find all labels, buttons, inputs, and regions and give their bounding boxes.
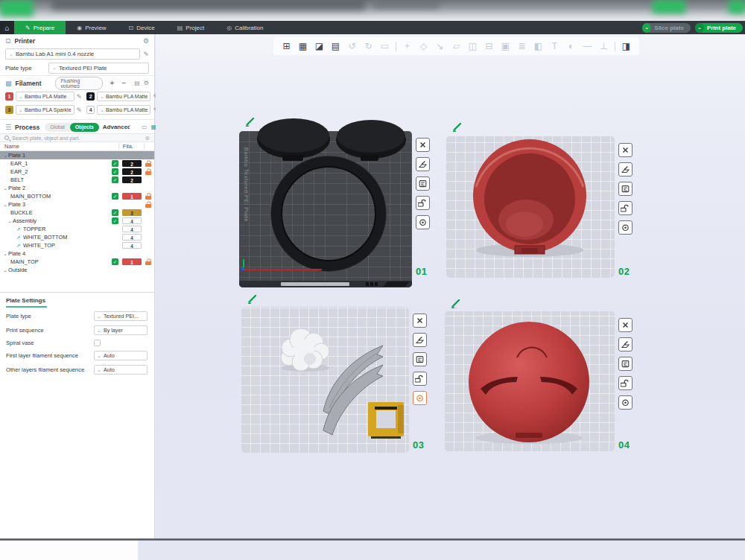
plate-02-models[interactable]	[446, 136, 615, 278]
filament-select[interactable]: ⌄Bambu PLA Matte	[97, 105, 150, 115]
ps-other-layers-select[interactable]: ⌄ Auto	[94, 365, 148, 375]
model-topper-cloud[interactable]	[281, 328, 329, 371]
add-filament-button[interactable]: +	[110, 79, 115, 87]
process-scope-toggle[interactable]: Global Objects	[45, 123, 99, 132]
tree-row-ear-1[interactable]: EAR_1✓2	[0, 159, 154, 168]
filament-color-chip[interactable]: 3	[5, 106, 13, 114]
import-model-icon[interactable]: ◪	[314, 41, 325, 51]
filament-assignment-chip[interactable]: 2	[122, 160, 142, 167]
slice-dropdown-icon[interactable]: ⌄	[642, 23, 651, 33]
lock-icon[interactable]	[145, 193, 152, 200]
plate-03-models[interactable]	[241, 307, 409, 453]
caret-down-icon[interactable]: ⌄	[2, 202, 8, 207]
tree-row-plate-1[interactable]: ⌄Plate 1	[0, 151, 154, 159]
filament-select[interactable]: ⌄Bambu PLA Sparkle	[16, 105, 74, 115]
filament-assignment-chip[interactable]: 4	[122, 242, 142, 249]
plate-settings-icon[interactable]	[413, 352, 427, 366]
spiral-vase-checkbox[interactable]	[94, 340, 101, 346]
edit-printer-icon[interactable]: ✎	[143, 51, 149, 58]
tab-calibration[interactable]: ◎Calibration	[215, 21, 274, 34]
printable-checkbox[interactable]: ✓	[112, 176, 118, 183]
color-objects-icon[interactable]: ◨	[621, 41, 632, 51]
plate-04-models[interactable]	[445, 311, 615, 451]
edit-filament-icon[interactable]: ✎	[77, 106, 83, 114]
parameter-page-icon[interactable]: ▭	[142, 124, 148, 130]
slice-plate-button[interactable]: ⌄ Slice plate	[642, 23, 691, 33]
plate-visibility-icon[interactable]	[416, 215, 430, 229]
tree-row-plate-2[interactable]: ⌄Plate 2	[0, 184, 154, 192]
tree-row-main-top[interactable]: MAIN_TOP✓1	[0, 258, 154, 266]
tree-row-belt[interactable]: BELT✓2	[0, 176, 154, 184]
plate-settings-icon[interactable]	[618, 357, 633, 371]
tab-preview[interactable]: ◉Preview	[66, 21, 117, 34]
tree-row-assembly[interactable]: ⌄Assembly✓4	[0, 217, 154, 225]
ps-print-sequence-select[interactable]: ⌄ By layer	[94, 325, 148, 335]
ps-first-layer-select[interactable]: ⌄ Auto	[94, 351, 148, 360]
delete-plate-icon[interactable]	[618, 143, 633, 157]
scope-global-segment[interactable]: Global	[45, 123, 70, 132]
filament-assignment-chip[interactable]: 4	[122, 234, 142, 241]
3d-viewport[interactable]: ⊞▦◪▤↺↻▭+◇↘▱◫⊟▣≣◧T◐—⊥◨ Bambu Textured PEI…	[156, 34, 745, 538]
search-bar[interactable]: Search plate, object and part. ⊗	[0, 133, 154, 142]
edit-plate-name-icon[interactable]	[452, 121, 463, 132]
printable-checkbox[interactable]: ✓	[112, 168, 118, 175]
printable-checkbox[interactable]: ✓	[112, 258, 118, 265]
orient-plate-icon[interactable]	[413, 333, 427, 347]
delete-plate-icon[interactable]	[416, 138, 430, 152]
tree-row-main-bottom[interactable]: MAIN_BOTTOM✓1	[0, 192, 154, 200]
filament-select[interactable]: ⌄Bambu PLA Matte	[16, 92, 74, 101]
plate-01-models[interactable]	[239, 119, 412, 287]
edit-plate-name-icon[interactable]	[247, 293, 258, 304]
flushing-volumes-button[interactable]: Flushing volumes	[55, 77, 102, 90]
tree-row-plate-4[interactable]: ⌄Plate 4	[0, 249, 154, 258]
filament-settings-gear-icon[interactable]: ⚙	[144, 80, 149, 86]
model-main-top[interactable]	[469, 322, 589, 442]
lock-plate-icon[interactable]	[618, 201, 633, 215]
edit-filament-icon[interactable]: ✎	[77, 93, 83, 101]
orient-plate-icon[interactable]	[618, 162, 633, 176]
plate-settings-icon[interactable]	[416, 176, 430, 191]
add-plate-icon[interactable]: ⊞	[281, 41, 292, 51]
edit-plate-name-icon[interactable]	[245, 116, 256, 127]
plate-visibility-icon[interactable]	[413, 391, 427, 405]
caret-down-icon[interactable]: ⌄	[2, 153, 8, 158]
ps-plate-type-select[interactable]: ⌄ Textured PEI...	[94, 311, 148, 321]
home-icon[interactable]: ⌂	[0, 21, 14, 34]
tree-row-plate-3[interactable]: ⌄Plate 3	[0, 200, 154, 209]
caret-down-icon[interactable]: ⌄	[7, 218, 13, 223]
lock-plate-icon[interactable]	[413, 372, 427, 386]
filament-color-chip[interactable]: 2	[86, 92, 95, 101]
remove-filament-button[interactable]: −	[121, 79, 126, 87]
printable-checkbox[interactable]: ✓	[112, 217, 118, 224]
plate-04[interactable]	[445, 311, 615, 451]
printable-checkbox[interactable]: ✓	[112, 193, 118, 200]
filament-color-chip[interactable]: 4	[86, 106, 95, 114]
ams-sync-icon[interactable]: ▤	[134, 80, 140, 86]
tree-row-white-top[interactable]: ⇗WHITE_TOP4	[0, 241, 154, 249]
filament-assignment-chip[interactable]: 1	[122, 193, 142, 200]
plate-02[interactable]	[446, 136, 615, 278]
plate-visibility-icon[interactable]	[618, 220, 633, 235]
delete-plate-icon[interactable]	[618, 318, 633, 332]
lock-icon[interactable]	[145, 258, 152, 266]
printable-checkbox[interactable]: ✓	[112, 209, 118, 216]
lock-icon[interactable]	[145, 168, 152, 176]
tree-row-topper[interactable]: ⇗TOPPER4	[0, 225, 154, 233]
clear-search-icon[interactable]: ⊗	[145, 135, 150, 141]
object-table-icon[interactable]: ▤	[330, 41, 341, 51]
tree-row-buckle[interactable]: BUCKLE✓3	[0, 209, 154, 217]
scope-objects-segment[interactable]: Objects	[70, 123, 99, 132]
orient-plate-icon[interactable]	[416, 157, 430, 171]
caret-down-icon[interactable]: ⌄	[2, 267, 8, 273]
printer-model-select[interactable]: ⌄ Bambu Lab A1 mini 0.4 nozzle	[5, 48, 140, 60]
plate-01[interactable]: Bambu Textured PEI Plate	[239, 131, 412, 287]
filament-assignment-chip[interactable]: 4	[122, 226, 142, 232]
lock-plate-icon[interactable]	[618, 376, 633, 390]
tree-row-ear-2[interactable]: EAR_2✓2	[0, 168, 154, 176]
filament-color-chip[interactable]: 1	[5, 92, 13, 101]
filament-assignment-chip[interactable]: 4	[122, 217, 142, 224]
lock-plate-icon[interactable]	[416, 196, 430, 210]
filament-assignment-chip[interactable]: 1	[122, 258, 142, 265]
printable-checkbox[interactable]: ✓	[112, 160, 118, 167]
filament-select[interactable]: ⌄Bambu PLA Matte	[97, 92, 150, 101]
